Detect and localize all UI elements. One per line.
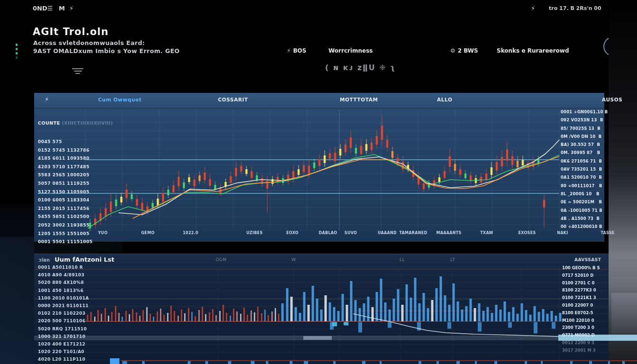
title-prefix: ɔlan (39, 257, 50, 263)
table-row: 100 GEO00% B S (562, 264, 600, 272)
left-table-header: COUNTE (XIIICTIIIXIIXIIVIII) (38, 120, 113, 126)
table-row: 1100 2010 010101A (38, 294, 89, 302)
tab-1[interactable]: Cum Owwquot (98, 97, 142, 102)
table-row: 0M. 30995 87 B (561, 149, 608, 157)
table-row: 0A -1001005 71 B (561, 207, 608, 215)
table-row: 4010 A90 4/89103 (38, 271, 89, 279)
x-axis-label: MAAAANTS (436, 231, 461, 235)
trading-dashboard: 0ND☰ M ⚡ ⚡ tro 17. B 2Rs'n 00 ♆ AGIt Tro… (0, 0, 637, 364)
table-row: 5057 0851 1119255 (38, 180, 113, 188)
tab-3[interactable]: MOTTTOTAM (340, 97, 378, 102)
table-row: 4B . A1500 73 B (561, 215, 608, 223)
status-dots (16, 44, 18, 61)
table-row: 00 +401200010 B (561, 223, 608, 231)
table-row: 2020 500 7110106 (38, 317, 89, 325)
nav-item-label: Worrcrimness (328, 47, 373, 54)
table-row: 0A1 520010 70 B (561, 173, 608, 182)
table-row: 0001 +GN0061.10 B (561, 108, 608, 116)
table-row: 4020 L20 111P110 (38, 355, 89, 363)
nav-item-label: Skonks e Rurareerowd (497, 47, 569, 54)
table-row: 0001 5501 11151005 (38, 238, 113, 246)
spark-icon[interactable]: ⚡ (531, 5, 535, 12)
x-axis-label: DABLAO (319, 231, 337, 235)
right-order-column: 0001 +GN0061.10 B092 VO253N 13 B85/ 7002… (561, 108, 608, 231)
panel-bolt-icon: ⚡ (45, 96, 49, 103)
table-row: 0K6 271056 71 B (561, 157, 608, 165)
menu-icon[interactable]: 0ND☰ (33, 5, 53, 12)
nav-glyph-icon: ⚡ (287, 47, 291, 54)
tab-2[interactable]: COSSARIT (218, 97, 248, 102)
column-label: LL (400, 257, 405, 262)
nav-item-label: BOS (293, 47, 306, 54)
table-row: 1001 450 1813%6 (38, 287, 89, 294)
nav-item-2[interactable]: Worrcrimness (328, 47, 373, 54)
tab-5[interactable]: AUSOS (602, 97, 622, 102)
x-axis-label: UZIBES (246, 231, 263, 235)
table-row: 0717 52010 D (562, 272, 600, 280)
signature-scribble: ( ɴ ᴋᴊ ᴢǁU ❈ ʅ (325, 63, 396, 72)
table-row: 0100 6005 1183304 (38, 196, 113, 205)
table-row: 8100 E0702-5 (562, 309, 600, 317)
nav-item-1[interactable]: ⚡BOS (287, 47, 306, 54)
subtitle-line-1: Across svletdonomwuaols Eard: (33, 39, 145, 46)
table-row: 2300 T200 3 0 (562, 324, 600, 332)
lower-right-rows: 100 GEO00% B S0717 52010 D0100 2701 C 08… (562, 264, 600, 355)
nav-item-label: 2 BWS (458, 47, 478, 54)
table-row: 0000 2021 0110111 (38, 302, 89, 309)
x-axis-label: YUO (98, 231, 108, 235)
table-row: 0100 2701 C 0 (562, 280, 600, 287)
table-row: 0E = 500201M B (561, 198, 608, 206)
x-axis-label: EXOSES (519, 231, 536, 235)
table-row: 5583 2565 1000205 (38, 171, 113, 180)
column-label: AAVSSAST (574, 257, 601, 262)
table-row: BA) 30.552 57 B (561, 141, 608, 149)
volume-chart[interactable] (34, 265, 637, 364)
bolt-icon[interactable]: ⚡ (69, 5, 73, 12)
tab-4[interactable]: ALLO (437, 97, 452, 102)
x-axis-label: GEMO (141, 231, 155, 235)
page-title: AGIt Trol.oln (33, 26, 109, 37)
table-row: M100 22010 0 (562, 317, 600, 325)
table-row: 2155 2015 1117456 (38, 205, 113, 213)
x-axis-label: TXAW (480, 231, 493, 235)
table-row: 8100 2277K3 0 (562, 287, 600, 294)
table-row: 1000 321 1701710 (38, 333, 89, 340)
table-row: 0045 575 (38, 138, 113, 146)
x-axis-label: NAKI (557, 231, 568, 235)
table-row: 0152 5745 1132786 (38, 146, 113, 155)
orange-ma-line (133, 156, 559, 218)
table-row: 5020 RRQ 1711510 (38, 325, 89, 333)
marker-icon[interactable]: M (59, 5, 65, 12)
table-row: 5455 5851 1102500 (38, 213, 113, 221)
x-axis-label: EOXO (286, 231, 299, 235)
table-row: 0100 7221K1 3 (562, 294, 600, 302)
table-row: 1020 400 E171212 (38, 340, 89, 348)
topbar-status-text: tro 17. B 2Rs'n 00 (549, 5, 601, 11)
transactions-title: ɔlanUum fAntzoni Lst (39, 256, 114, 263)
table-row: 0AV 735201 15 B (561, 165, 608, 173)
table-row: 1020 220 T101/A0 (38, 348, 89, 355)
candlestick-chart[interactable] (34, 108, 604, 231)
x-axis-label: TASSE (601, 231, 614, 235)
table-row: 4185 6011 1093580 (38, 155, 113, 163)
table-row: 5127 5150 1105905 (38, 188, 113, 197)
table-row: 092 VO253N 13 B (561, 116, 608, 124)
nav-item-4[interactable]: Skonks e Rurareerowd (497, 47, 569, 54)
x-axis-labels: YUOGEMO1022.0UZIBESEOXODABLAOSUVOUAAANDT… (34, 231, 604, 237)
green-ma-line (88, 155, 559, 228)
decline-curve (353, 314, 559, 337)
table-row: 0012 2200 0 3 (562, 339, 600, 347)
subtitle-line-2: 9AST OMALDxum Imbio s Yow Errom. GEO (33, 47, 180, 55)
nav-glyph-icon: ⚙ (450, 47, 455, 54)
table-row: 5020 880 4X10%8 (38, 279, 89, 286)
x-axis-label: 1022.0 (183, 231, 199, 235)
lower-left-rows: 0001 A5011010 R4010 A90 4/891035020 880 … (38, 264, 89, 363)
table-row: 3017 2001 M 3 (562, 347, 600, 355)
nav-item-3[interactable]: ⚙2 BWS (450, 47, 478, 54)
table-row: 0100 22007 0 (562, 302, 600, 309)
chart-tabbar: ⚡ Cum OwwquotCOSSARITMOTTTOTAMALLOAUSOS (34, 93, 604, 109)
column-label: OGM (216, 257, 227, 262)
column-label: W (291, 257, 296, 262)
filter-icon[interactable] (72, 67, 83, 75)
table-row: 8L _2000S 10 B (561, 190, 608, 198)
